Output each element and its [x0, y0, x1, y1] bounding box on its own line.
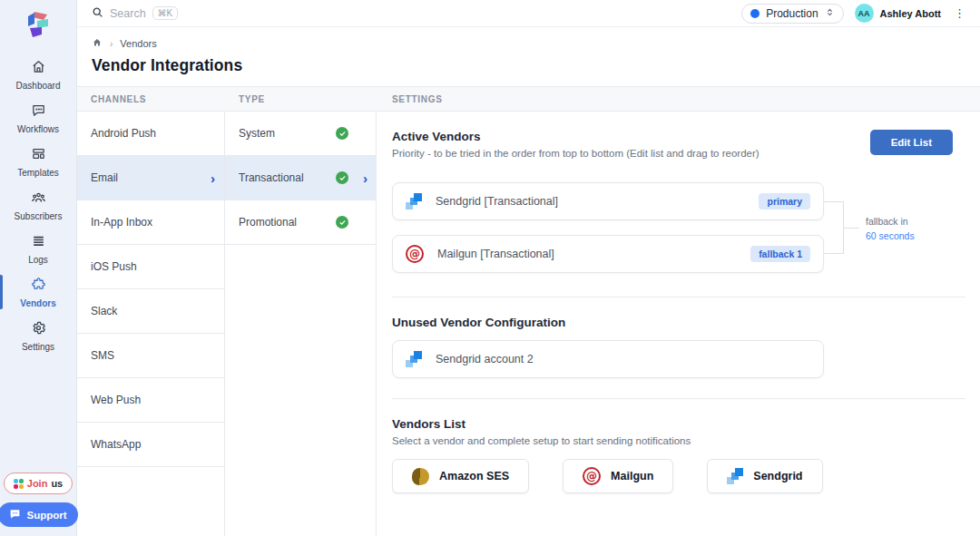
breadcrumb-item-vendors[interactable]: Vendors	[120, 38, 156, 49]
active-vendors-subtitle: Priority - to be tried in the order from…	[392, 148, 760, 159]
channel-row-email[interactable]: Email ›	[77, 156, 224, 200]
user-name: Ashley Abott	[880, 8, 941, 19]
priority-badge: primary	[759, 193, 810, 210]
active-vendors-list: Sendgrid [Transactional] primary @ Mailg…	[392, 182, 965, 273]
main-area: Search ⌘K Production AA Ashley Abott ⋮	[77, 0, 980, 536]
join-label: Join	[27, 478, 48, 489]
type-row-system[interactable]: System	[225, 112, 376, 156]
sidebar-item-logs[interactable]: Logs	[0, 227, 76, 270]
vendor-option-label: Mailgun	[611, 470, 653, 482]
sidebar-item-subscribers[interactable]: Subscribers	[0, 183, 76, 227]
sendgrid-icon	[406, 193, 422, 210]
channel-row-web-push[interactable]: Web Push	[77, 378, 224, 423]
sidebar-item-settings[interactable]: Settings	[0, 314, 76, 357]
environment-select[interactable]: Production	[741, 4, 843, 24]
mailgun-icon: @	[406, 245, 424, 263]
breadcrumb-separator: ›	[110, 39, 113, 49]
search-icon	[92, 5, 103, 22]
brand-logo-icon[interactable]	[24, 9, 52, 45]
user-menu[interactable]: AA Ashley Abott	[855, 4, 941, 23]
section-divider	[392, 398, 965, 399]
breadcrumb-home-icon[interactable]	[92, 35, 103, 52]
sidebar-nav: Dashboard Workflows Templates Subscriber…	[0, 53, 76, 357]
fallback-seconds-link[interactable]: 60 seconds	[866, 229, 915, 244]
channel-row-sms[interactable]: SMS	[77, 334, 224, 378]
unused-vendors-header: Unused Vendor Configuration	[392, 316, 965, 329]
topbar: Search ⌘K Production AA Ashley Abott ⋮	[77, 0, 980, 27]
channel-label: Slack	[91, 305, 117, 317]
type-row-promotional[interactable]: Promotional	[225, 200, 376, 245]
vendors-list: Amazon SES @ Mailgun Sendgrid	[392, 459, 965, 493]
layout-grid-icon	[31, 146, 46, 165]
vendor-option-label: Amazon SES	[439, 470, 509, 482]
type-column: System Transactional › Promotional	[225, 112, 377, 536]
vendors-list-header: Vendors List Select a vendor and complet…	[392, 417, 965, 446]
chat-bubble-icon	[31, 102, 46, 122]
check-circle-icon	[336, 171, 348, 184]
check-circle-icon	[336, 216, 348, 229]
sidebar-item-label: Vendors	[20, 298, 55, 308]
type-label: Promotional	[239, 216, 297, 229]
channel-label: WhatsApp	[91, 438, 141, 451]
search-shortcut-badge: ⌘K	[152, 6, 179, 20]
channel-label: SMS	[91, 349, 114, 362]
channel-row-android-push[interactable]: Android Push	[77, 112, 224, 156]
vendor-option-sendgrid[interactable]: Sendgrid	[707, 459, 822, 493]
column-header-type: TYPE	[225, 94, 377, 104]
vendor-option-amazon-ses[interactable]: Amazon SES	[392, 459, 529, 493]
sidebar-item-dashboard[interactable]: Dashboard	[0, 53, 76, 96]
search-input[interactable]: Search ⌘K	[92, 5, 178, 22]
support-label: Support	[26, 510, 66, 521]
support-button[interactable]: Support	[0, 502, 78, 527]
gear-icon	[31, 320, 46, 339]
avatar: AA	[855, 4, 874, 23]
puzzle-icon	[31, 277, 46, 296]
unused-vendors-title: Unused Vendor Configuration	[392, 316, 565, 329]
sidebar-item-label: Workflows	[17, 124, 59, 134]
type-label: System	[239, 127, 275, 140]
sidebar-item-workflows[interactable]: Workflows	[0, 96, 76, 140]
section-divider	[392, 297, 965, 297]
sidebar-item-label: Settings	[22, 342, 54, 352]
type-label: Transactional	[239, 171, 304, 184]
channel-row-in-app-inbox[interactable]: In-App Inbox	[77, 200, 224, 245]
vendor-card-mailgun[interactable]: @ Mailgun [Transactional] fallback 1	[392, 235, 824, 273]
channel-row-slack[interactable]: Slack	[77, 289, 224, 334]
type-row-transactional[interactable]: Transactional ›	[225, 156, 376, 200]
channel-row-whatsapp[interactable]: WhatsApp	[77, 423, 224, 467]
channel-row-ios-push[interactable]: iOS Push	[77, 245, 224, 289]
sidebar: Dashboard Workflows Templates Subscriber…	[0, 0, 77, 536]
chevron-right-icon: ›	[211, 171, 215, 185]
column-header-channels: CHANNELS	[77, 94, 225, 104]
list-lines-icon	[31, 233, 46, 252]
kebab-menu-icon[interactable]: ⋮	[952, 7, 967, 19]
fallback-bracket-line	[824, 201, 844, 254]
fallback-note-text: fallback in	[866, 215, 915, 229]
sidebar-item-vendors[interactable]: Vendors	[0, 270, 76, 314]
active-vendors-header: Active Vendors Priority - to be tried in…	[392, 130, 965, 159]
sendgrid-icon	[406, 351, 422, 367]
channel-label: Email	[91, 171, 118, 184]
vendor-name: Sendgrid account 2	[436, 353, 534, 365]
vendor-card-sendgrid-account-2[interactable]: Sendgrid account 2	[392, 340, 824, 378]
app-window: Dashboard Workflows Templates Subscriber…	[0, 0, 980, 536]
sidebar-item-templates[interactable]: Templates	[0, 140, 76, 183]
edit-list-button[interactable]: Edit List	[870, 130, 953, 155]
channel-label: Android Push	[91, 127, 156, 140]
channel-label: Web Push	[91, 394, 141, 406]
vendors-list-title: Vendors List	[392, 417, 691, 431]
chevron-right-icon: ›	[363, 171, 368, 186]
channel-label: In-App Inbox	[91, 216, 152, 229]
vendor-card-sendgrid[interactable]: Sendgrid [Transactional] primary	[392, 182, 824, 220]
sendgrid-icon	[727, 468, 743, 484]
sidebar-bottom: Join us Support	[0, 473, 78, 536]
home-icon	[31, 59, 46, 78]
sidebar-item-label: Subscribers	[15, 211, 63, 221]
search-placeholder: Search	[110, 7, 146, 20]
chevron-updown-icon	[825, 7, 835, 20]
vendor-option-mailgun[interactable]: @ Mailgun	[563, 459, 673, 493]
join-us-button[interactable]: Join us	[4, 473, 73, 494]
integrations-table: CHANNELS TYPE SETTINGS Android Push Emai…	[77, 86, 980, 536]
check-circle-icon	[336, 127, 348, 140]
environment-status-dot	[750, 9, 760, 18]
